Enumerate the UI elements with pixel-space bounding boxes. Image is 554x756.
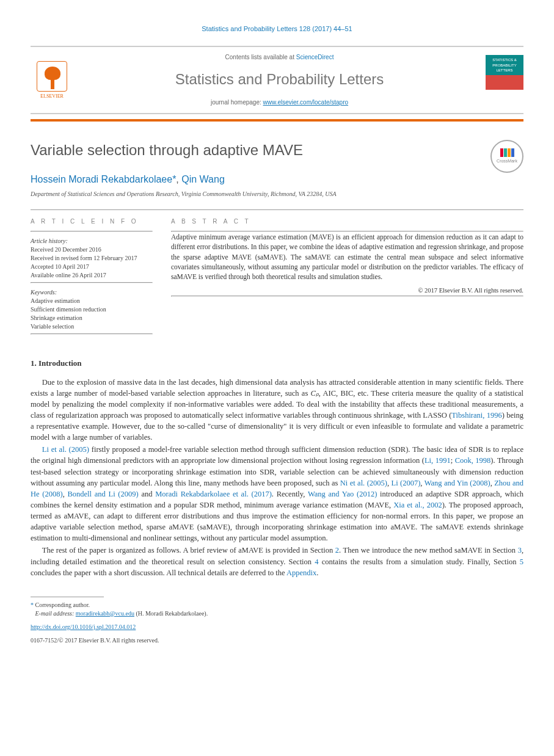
- email-label: E-mail address:: [35, 610, 75, 617]
- corresponding-author-footnote: * Corresponding author.: [31, 601, 523, 609]
- ref-tibshirani-1996[interactable]: Tibshirani, 1996: [451, 411, 501, 420]
- author-separator: ,: [176, 174, 181, 184]
- intro-para-1: Due to the explosion of massive data in …: [31, 377, 523, 443]
- authors-line: Hossein Moradi Rekabdarkolaee*, Qin Wang: [31, 173, 523, 186]
- ref-bondell-li-2009[interactable]: Bondell and Li (2009): [67, 490, 138, 498]
- p3-text-e: concludes the paper with a short discuss…: [31, 569, 286, 577]
- keyword-1: Adaptive estimation: [31, 297, 153, 305]
- article-info-column: A R T I C L E I N F O Article history: R…: [31, 217, 153, 340]
- journal-cover-thumbnail: STATISTICS & PROBABILITY LETTERS: [486, 55, 523, 105]
- ref-cook-1998[interactable]: Cook, 1998: [455, 456, 491, 465]
- rule-above-info: [31, 209, 523, 210]
- abstract-column: A B S T R A C T Adaptive minimum average…: [171, 217, 523, 340]
- homepage-prefix: journal homepage:: [211, 99, 263, 106]
- contents-prefix: Contents lists available at: [225, 54, 296, 60]
- footnote-star-icon: *: [31, 602, 34, 608]
- affiliation: Department of Statistical Sciences and O…: [31, 190, 523, 198]
- p3-text-d: contains the results from a simulation s…: [319, 558, 520, 566]
- author-link-2[interactable]: Qin Wang: [181, 174, 225, 184]
- info-rule-2: [31, 282, 153, 283]
- journal-homepage: journal homepage: www.elsevier.com/locat…: [73, 98, 486, 107]
- keyword-4: Variable selection: [31, 322, 153, 331]
- p3-text-b: . Then we introduce the new method saMAV…: [339, 546, 518, 554]
- article-title: Variable selection through adaptive MAVE: [31, 140, 303, 161]
- intro-para-3: The rest of the paper is organized as fo…: [31, 545, 523, 578]
- p2-and: and: [139, 490, 155, 498]
- corresponding-label: Corresponding author.: [35, 602, 90, 608]
- p3-text-f: .: [316, 569, 318, 577]
- sciencedirect-link[interactable]: ScienceDirect: [296, 54, 334, 60]
- elsevier-logo: ELSEVIER: [31, 56, 73, 104]
- doi-link[interactable]: http://dx.doi.org/10.1016/j.spl.2017.04.…: [31, 623, 136, 630]
- p3-text-a: The rest of the paper is organized as fo…: [42, 546, 335, 554]
- keyword-2: Sufficient dimension reduction: [31, 305, 153, 314]
- section-link-5[interactable]: 5: [520, 558, 523, 566]
- abstract-text: Adaptive minimum average variance estima…: [171, 232, 523, 281]
- email-attribution: (H. Moradi Rekabdarkolaee).: [136, 610, 208, 617]
- keyword-3: Shrinkage estimation: [31, 314, 153, 322]
- homepage-link[interactable]: www.elsevier.com/locate/stapro: [263, 99, 349, 106]
- author-email-link[interactable]: moradirekabh@vcu.edu: [76, 610, 134, 617]
- citation-line: Statistics and Probability Letters 128 (…: [31, 24, 523, 34]
- intro-para-2: Li et al. (2005) firstly proposed a mode…: [31, 444, 523, 543]
- ref-wang-yao-2012[interactable]: Wang and Yao (2012): [308, 490, 377, 498]
- crossmark-icon: [500, 148, 514, 157]
- keywords-label: Keywords:: [31, 288, 153, 297]
- history-revised: Received in revised form 12 February 201…: [31, 254, 153, 263]
- abstract-heading: A B S T R A C T: [171, 217, 523, 226]
- journal-title: Statistics and Probability Letters: [73, 69, 486, 90]
- issn-copyright-line: 0167-7152/© 2017 Elsevier B.V. All right…: [31, 636, 523, 645]
- ref-moradi-2017[interactable]: Moradi Rekabdarkolaee et al. (2017): [155, 490, 272, 498]
- appendix-link[interactable]: Appendix: [286, 569, 316, 577]
- history-online: Available online 26 April 2017: [31, 271, 153, 280]
- ref-ni-2005[interactable]: Ni et al. (2005): [340, 479, 387, 487]
- ref-xia-2002[interactable]: Xia et al., 2002: [393, 501, 442, 509]
- history-received: Received 20 December 2016: [31, 245, 153, 254]
- p1-cp: Cₚ: [311, 389, 319, 398]
- header-divider: [31, 119, 523, 122]
- footnote-rule: [31, 597, 104, 597]
- ref-li-1991[interactable]: Li, 1991: [425, 456, 451, 465]
- email-footnote: E-mail address: moradirekabh@vcu.edu (H.…: [31, 609, 523, 618]
- journal-header: ELSEVIER Contents lists available at Sci…: [31, 46, 523, 114]
- crossmark-label: CrossMark: [497, 158, 517, 164]
- abstract-rule-bottom: [171, 296, 523, 297]
- abstract-copyright: © 2017 Elsevier B.V. All rights reserved…: [171, 286, 523, 296]
- publisher-name: ELSEVIER: [40, 93, 64, 100]
- doi-line: http://dx.doi.org/10.1016/j.spl.2017.04.…: [31, 623, 523, 631]
- p2-sep1: ;: [451, 456, 455, 465]
- p2-text-c: . Recently,: [272, 490, 308, 498]
- history-accepted: Accepted 10 April 2017: [31, 263, 153, 271]
- author-link-1[interactable]: Hossein Moradi Rekabdarkolaee: [31, 174, 172, 184]
- cover-text: STATISTICS & PROBABILITY LETTERS: [492, 58, 516, 72]
- info-rule-3: [31, 333, 153, 335]
- elsevier-tree-icon: [37, 61, 67, 92]
- ref-li-2005[interactable]: Li et al. (2005): [42, 445, 89, 454]
- section-1-heading: 1. Introduction: [31, 358, 523, 369]
- crossmark-badge[interactable]: CrossMark: [490, 140, 523, 173]
- info-rule: [31, 231, 153, 232]
- contents-available: Contents lists available at ScienceDirec…: [73, 53, 486, 62]
- ref-li-2007[interactable]: Li (2007): [392, 479, 421, 487]
- article-history-label: Article history:: [31, 237, 153, 245]
- ref-wang-yin-2008[interactable]: Wang and Yin (2008): [425, 479, 490, 487]
- article-info-heading: A R T I C L E I N F O: [31, 217, 153, 226]
